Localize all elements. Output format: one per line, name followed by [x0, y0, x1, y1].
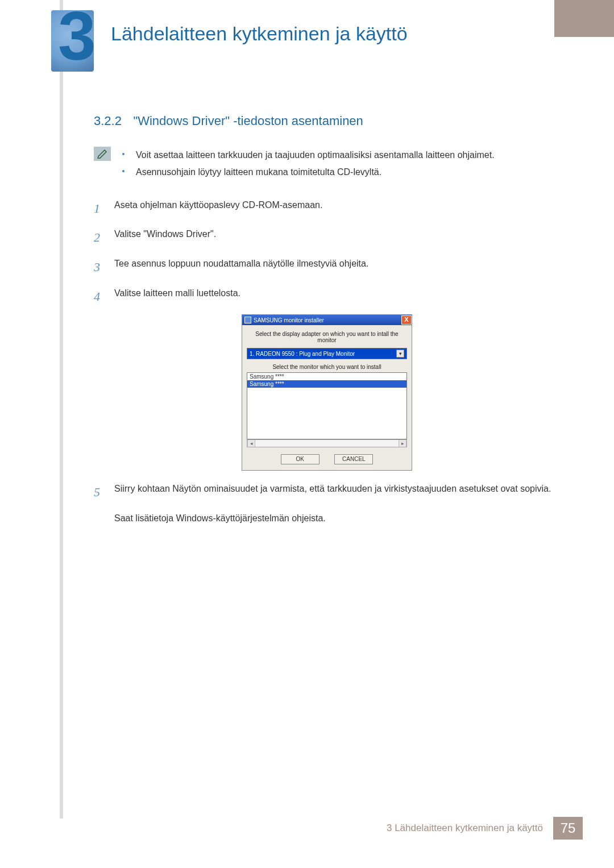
- left-margin-stripe: [60, 0, 63, 819]
- note-block: Voit asettaa laitteen tarkkuuden ja taaj…: [94, 147, 560, 181]
- step-item: Saat lisätietoja Windows-käyttöjärjestel…: [94, 510, 560, 527]
- note-bullet: Voit asettaa laitteen tarkkuuden ja taaj…: [122, 147, 495, 164]
- step-item: 4 Valitse laitteen malli luettelosta.: [94, 285, 560, 308]
- step-text: Tee asennus loppuun noudattamalla näytöl…: [114, 256, 560, 272]
- display-adapter-select[interactable]: 1. RADEON 9550 : Plug and Play Monitor ▾: [247, 348, 407, 359]
- note-text: Voit asettaa laitteen tarkkuuden ja taaj…: [136, 147, 495, 164]
- step-text: Aseta ohjelman käyttöopaslevy CD-ROM-ase…: [114, 197, 560, 214]
- step-text: Saat lisätietoja Windows-käyttöjärjestel…: [114, 510, 560, 527]
- chapter-number: 3: [58, 2, 96, 70]
- chevron-down-icon[interactable]: ▾: [396, 350, 404, 358]
- scroll-track[interactable]: [255, 440, 399, 447]
- horizontal-scrollbar[interactable]: ◂ ▸: [247, 439, 407, 447]
- header-stripe: [554, 0, 614, 37]
- chapter-badge: 3: [51, 10, 105, 76]
- note-text: Asennusohjain löytyy laitteen mukana toi…: [136, 164, 381, 181]
- page-footer: 3 Lähdelaitteen kytkeminen ja käyttö 75: [387, 817, 583, 840]
- step-number: 3: [94, 256, 110, 279]
- step-text: Valitse laitteen malli luettelosta.: [114, 285, 560, 302]
- list-item-selected[interactable]: Samsung ****: [247, 380, 406, 388]
- note-bullet: Asennusohjain löytyy laitteen mukana toi…: [122, 164, 495, 181]
- step-number: 1: [94, 197, 110, 220]
- scroll-left-icon[interactable]: ◂: [247, 440, 255, 447]
- footer-text: 3 Lähdelaitteen kytkeminen ja käyttö: [387, 823, 543, 834]
- bullet-dot-icon: [122, 153, 125, 155]
- installer-message: Select the monitor which you want to ins…: [247, 364, 407, 370]
- installer-dialog: SAMSUNG monitor installer X Select the d…: [242, 314, 412, 471]
- section-number: 3.2.2: [94, 114, 122, 128]
- step-number: 5: [94, 481, 110, 504]
- step-text: Valitse "Windows Driver".: [114, 226, 560, 243]
- content-area: 3.2.2 "Windows Driver" -tiedoston asenta…: [94, 114, 560, 534]
- step-item: 5 Siirry kohtaan Näytön ominaisuudet ja …: [94, 481, 560, 504]
- step-number: 2: [94, 226, 110, 249]
- step-item: 2 Valitse "Windows Driver".: [94, 226, 560, 249]
- step-item: 1 Aseta ohjelman käyttöopaslevy CD-ROM-a…: [94, 197, 560, 220]
- select-value: 1. RADEON 9550 : Plug and Play Monitor: [250, 351, 355, 357]
- installer-message: Select the display adapter on which you …: [247, 331, 407, 343]
- list-item[interactable]: Samsung ****: [247, 373, 406, 380]
- page-number: 75: [553, 817, 583, 840]
- ok-button[interactable]: OK: [281, 454, 320, 464]
- scroll-right-icon[interactable]: ▸: [399, 440, 406, 447]
- installer-app-icon: [244, 317, 251, 323]
- section-title: "Windows Driver" -tiedoston asentaminen: [133, 114, 363, 128]
- cancel-button[interactable]: CANCEL: [334, 454, 373, 464]
- note-icon: [94, 147, 111, 161]
- monitor-list[interactable]: Samsung **** Samsung ****: [247, 372, 407, 439]
- step-item: 3 Tee asennus loppuun noudattamalla näyt…: [94, 256, 560, 279]
- step-number: 4: [94, 285, 110, 308]
- installer-title: SAMSUNG monitor installer: [254, 317, 324, 323]
- step-text: Siirry kohtaan Näytön ominaisuudet ja va…: [114, 481, 560, 497]
- close-button[interactable]: X: [401, 315, 412, 325]
- section-heading: 3.2.2 "Windows Driver" -tiedoston asenta…: [94, 114, 560, 128]
- installer-titlebar: SAMSUNG monitor installer X: [242, 315, 412, 325]
- chapter-title: Lähdelaitteen kytkeminen ja käyttö: [111, 23, 408, 45]
- bullet-dot-icon: [122, 170, 125, 172]
